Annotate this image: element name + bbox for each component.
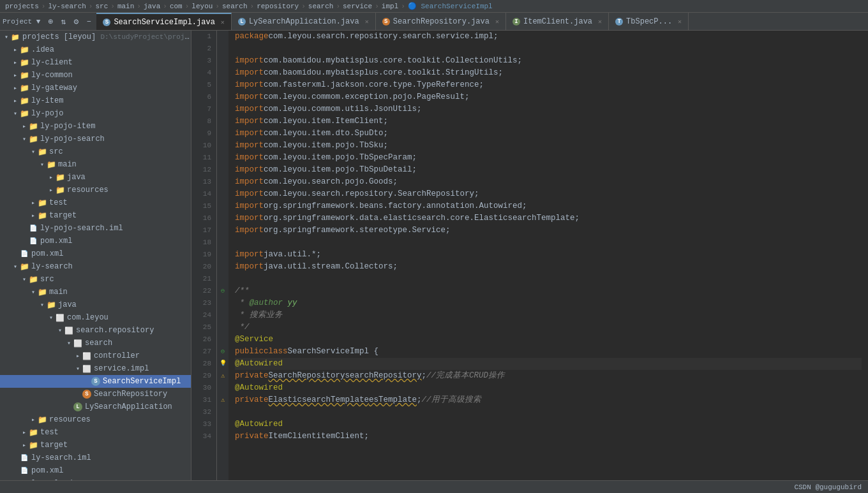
arrow-ly-search: ▾	[11, 263, 19, 270]
code-line-7[interactable]: import com.leyou.commom.utils.JsonUtils;	[235, 103, 862, 115]
code-line-23[interactable]: * @author yy	[235, 297, 862, 309]
code-line-9[interactable]: import com.leyou.item.dto.SpuDto;	[235, 128, 862, 140]
tree-item-ly-pojo-item[interactable]: ▸ 📁 ly-pojo-item	[0, 120, 191, 133]
code-line-24[interactable]: * 搜索业务	[235, 309, 862, 321]
icon-test2: 📁	[28, 427, 38, 438]
line-num-21: 21	[194, 273, 211, 285]
code-line-22[interactable]: /**	[235, 285, 862, 297]
code-line-30[interactable]: @Autowired	[235, 382, 862, 394]
code-line-1[interactable]: package com.leyou.search.repository.sear…	[235, 31, 862, 43]
tree-item-test1[interactable]: ▸ 📁 test	[0, 196, 191, 209]
tree-item-service.impl[interactable]: ▾ ⬜ service.impl	[0, 362, 191, 375]
code-line-29[interactable]: private SearchRepository searchRepositor…	[235, 370, 862, 382]
sort-icon[interactable]: ⇅	[58, 17, 68, 27]
line-num-13: 13	[194, 176, 211, 188]
code-line-18[interactable]	[235, 237, 862, 249]
tree-item-SearchServiceImpl[interactable]: S SearchServiceImpl	[0, 375, 191, 388]
code-line-34[interactable]: private ItemClient itemClient;	[235, 430, 862, 443]
tree-item-main2[interactable]: ▾ 📁 main	[0, 286, 191, 298]
code-line-2[interactable]	[235, 43, 862, 55]
tree-item-ly-item[interactable]: ▸ 📁 ly-item	[0, 94, 191, 107]
settings-icon[interactable]: ⚙	[71, 17, 81, 27]
code-line-31[interactable]: private ElasticsearchTemplate esTemplate…	[235, 394, 862, 406]
code-line-28[interactable]: @Autowired	[235, 358, 862, 370]
code-line-26[interactable]: @Service	[235, 334, 862, 346]
code-line-11[interactable]: import com.leyou.item.pojo.TbSpecParam;	[235, 152, 862, 164]
tree-item-controller[interactable]: ▸ ⬜ controller	[0, 350, 191, 362]
code-area[interactable]: 1234567891011121314151617181920212223242…	[191, 31, 868, 480]
gutter-11	[217, 152, 228, 164]
tab-close-searchserviceimpl[interactable]: ✕	[221, 18, 225, 26]
tree-item-ly-search[interactable]: ▾ 📁 ly-search	[0, 260, 191, 273]
tree-item-projects[interactable]: ▾ 📁 projects [leyou] D:\studyProject\pro…	[0, 31, 191, 43]
tree-item-search.repository[interactable]: ▾ ⬜ search.repository	[0, 324, 191, 337]
line-numbers: 1234567891011121314151617181920212223242…	[191, 31, 217, 480]
tree-item-ly-client[interactable]: ▸ 📁 ly-client	[0, 56, 191, 69]
arrow-src2: ▾	[20, 276, 28, 283]
tree-item-java2[interactable]: ▾ 📁 java	[0, 298, 191, 311]
tab-itemclient[interactable]: I ItemClient.java ✕	[506, 13, 609, 30]
tree-item-src1[interactable]: ▾ 📁 src	[0, 145, 191, 158]
code-line-17[interactable]: import org.springframework.stereotype.Se…	[235, 224, 862, 237]
tab-close-searchrepository[interactable]: ✕	[495, 18, 499, 26]
code-line-4[interactable]: import com.baomidou.mybatisplus.core.too…	[235, 67, 862, 79]
tab-lysearchapplication[interactable]: L LySearchApplication.java ✕	[232, 13, 376, 30]
tree-item-target2[interactable]: ▸ 📁 target	[0, 439, 191, 452]
code-line-5[interactable]: import com.fasterxml.jackson.core.type.T…	[235, 79, 862, 91]
code-line-15[interactable]: import org.springframework.beans.factory…	[235, 200, 862, 212]
code-line-10[interactable]: import com.leyou.item.pojo.TbSku;	[235, 140, 862, 152]
arrow-ly-pojo-item: ▸	[20, 122, 28, 130]
tree-item-src2[interactable]: ▾ 📁 src	[0, 273, 191, 286]
code-line-21[interactable]	[235, 273, 862, 285]
tree-item-pom1[interactable]: 📄 pom.xml	[0, 235, 191, 247]
code-line-3[interactable]: import com.baomidou.mybatisplus.core.too…	[235, 55, 862, 67]
tree-item-java1[interactable]: ▸ 📁 java	[0, 171, 191, 184]
tree-item-ly-common[interactable]: ▸ 📁 ly-common	[0, 69, 191, 82]
tree-item-idea[interactable]: ▸ 📁 .idea	[0, 43, 191, 56]
tab-searchrepository[interactable]: S SearchRepository.java ✕	[376, 13, 506, 30]
tree-item-ly-pojo[interactable]: ▾ 📁 ly-pojo	[0, 107, 191, 120]
tree-item-ly-pojo-search[interactable]: ▾ 📁 ly-pojo-search	[0, 133, 191, 145]
code-line-27[interactable]: public class SearchServiceImpl {	[235, 346, 862, 358]
tree-item-resources1[interactable]: ▸ 📁 resources	[0, 184, 191, 196]
tree-item-pom3[interactable]: 📄 pom.xml	[0, 464, 191, 477]
minimize-icon[interactable]: –	[84, 17, 94, 27]
tree-item-main1[interactable]: ▾ 📁 main	[0, 158, 191, 171]
arrow-target2: ▸	[20, 441, 28, 449]
code-line-6[interactable]: import com.leyou.commom.exception.pojo.P…	[235, 91, 862, 103]
code-line-8[interactable]: import com.leyou.item.ItemClient;	[235, 115, 862, 128]
project-tree[interactable]: ▾ 📁 projects [leyou] D:\studyProject\pro…	[0, 31, 191, 480]
tree-item-pom2[interactable]: 📄 pom.xml	[0, 247, 191, 260]
tab-close-lysearchapplication[interactable]: ✕	[365, 18, 369, 26]
tab-label-searchrepository: SearchRepository.java	[393, 17, 490, 26]
code-line-13[interactable]: import com.leyou.search.pojo.Goods;	[235, 176, 862, 188]
tree-item-ly-gateway[interactable]: ▸ 📁 ly-gateway	[0, 82, 191, 94]
code-line-20[interactable]: import java.util.stream.Collectors;	[235, 261, 862, 273]
tree-item-ly-search.iml[interactable]: 📄 ly-search.iml	[0, 452, 191, 464]
tree-item-resources2[interactable]: ▸ 📁 resources	[0, 413, 191, 426]
tab-tbspecp[interactable]: T TbSpecP... ✕	[609, 13, 689, 30]
label-java2: java	[58, 300, 77, 309]
tree-item-search2[interactable]: ▾ ⬜ search	[0, 337, 191, 350]
gutter-33	[217, 418, 228, 430]
tree-item-target1[interactable]: ▸ 📁 target	[0, 209, 191, 222]
icon-ly-client: 📁	[19, 57, 29, 68]
arrow-idea: ▸	[11, 46, 19, 54]
tree-item-com.leyou[interactable]: ▾ ⬜ com.leyou	[0, 311, 191, 324]
tab-close-itemclient[interactable]: ✕	[598, 18, 602, 26]
sidebar: ▾ 📁 projects [leyou] D:\studyProject\pro…	[0, 31, 191, 480]
code-line-16[interactable]: import org.springframework.data.elastics…	[235, 212, 862, 224]
globe-icon[interactable]: ⊕	[45, 17, 56, 27]
code-line-14[interactable]: import com.leyou.search.repository.Searc…	[235, 188, 862, 200]
tree-item-ly-pojo-search.iml[interactable]: 📄 ly-pojo-search.iml	[0, 222, 191, 235]
tree-item-SearchRepository[interactable]: S SearchRepository	[0, 388, 191, 401]
code-line-32[interactable]	[235, 406, 862, 418]
code-line-12[interactable]: import com.leyou.item.pojo.TbSpuDetail;	[235, 164, 862, 176]
code-line-25[interactable]: */	[235, 321, 862, 334]
tree-item-LySearchApplication[interactable]: L LySearchApplication	[0, 401, 191, 413]
tab-close-tbspecp[interactable]: ✕	[678, 18, 682, 26]
tree-item-test2[interactable]: ▸ 📁 test	[0, 426, 191, 439]
code-line-19[interactable]: import java.util.*;	[235, 249, 862, 261]
code-line-33[interactable]: @Autowired	[235, 418, 862, 430]
tab-searchserviceimpl[interactable]: S SearchServiceImpl.java ✕	[96, 13, 231, 30]
